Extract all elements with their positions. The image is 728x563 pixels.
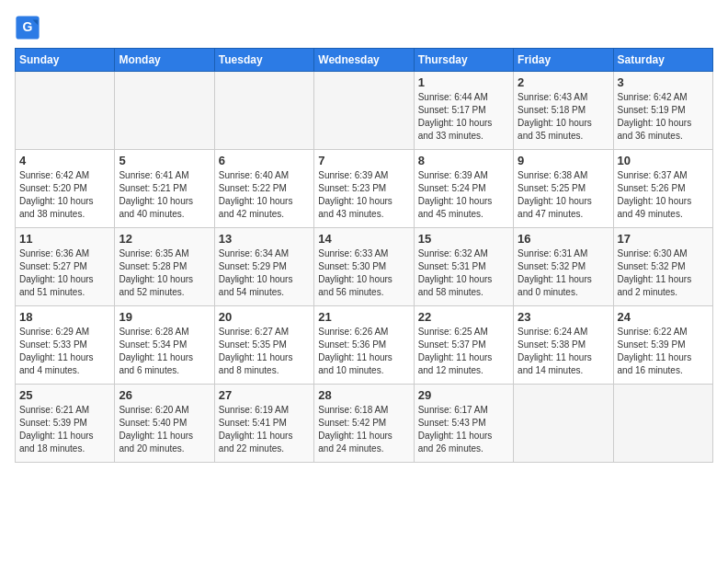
day-info: Sunrise: 6:30 AM Sunset: 5:32 PM Dayligh… — [618, 247, 709, 299]
day-info: Sunrise: 6:27 AM Sunset: 5:35 PM Dayligh… — [219, 326, 310, 377]
calendar-cell: 21Sunrise: 6:26 AM Sunset: 5:36 PM Dayli… — [314, 306, 414, 385]
day-info: Sunrise: 6:24 AM Sunset: 5:38 PM Dayligh… — [518, 326, 609, 377]
day-number: 21 — [318, 310, 409, 324]
calendar-cell: 19Sunrise: 6:28 AM Sunset: 5:34 PM Dayli… — [115, 306, 214, 385]
day-number: 16 — [518, 232, 609, 246]
day-info: Sunrise: 6:36 AM Sunset: 5:27 PM Dayligh… — [19, 247, 110, 299]
day-number: 7 — [318, 154, 409, 167]
day-info: Sunrise: 6:41 AM Sunset: 5:21 PM Dayligh… — [119, 169, 210, 221]
header-monday: Monday — [115, 49, 214, 72]
day-info: Sunrise: 6:18 AM Sunset: 5:42 PM Dayligh… — [318, 404, 409, 455]
day-number: 23 — [518, 310, 609, 324]
day-number: 3 — [618, 75, 709, 89]
header-tuesday: Tuesday — [214, 49, 313, 72]
day-number: 29 — [418, 388, 509, 402]
header-saturday: Saturday — [613, 49, 712, 72]
calendar-cell — [16, 72, 115, 150]
day-number: 24 — [618, 310, 709, 324]
day-info: Sunrise: 6:21 AM Sunset: 5:39 PM Dayligh… — [19, 404, 110, 455]
day-number: 8 — [418, 154, 509, 167]
calendar-cell: 9Sunrise: 6:38 AM Sunset: 5:25 PM Daylig… — [514, 150, 613, 228]
day-number: 9 — [518, 154, 609, 167]
page-header: G — [15, 15, 713, 40]
day-number: 20 — [219, 310, 310, 324]
day-number: 14 — [318, 232, 409, 246]
day-number: 5 — [119, 154, 210, 167]
calendar-cell: 26Sunrise: 6:20 AM Sunset: 5:40 PM Dayli… — [115, 385, 214, 463]
day-info: Sunrise: 6:28 AM Sunset: 5:34 PM Dayligh… — [119, 326, 210, 377]
calendar-cell: 27Sunrise: 6:19 AM Sunset: 5:41 PM Dayli… — [214, 385, 313, 463]
week-row-1: 1Sunrise: 6:44 AM Sunset: 5:17 PM Daylig… — [16, 72, 713, 150]
day-number: 17 — [618, 232, 709, 246]
calendar-cell: 2Sunrise: 6:43 AM Sunset: 5:18 PM Daylig… — [514, 72, 613, 150]
calendar-cell: 16Sunrise: 6:31 AM Sunset: 5:32 PM Dayli… — [514, 228, 613, 306]
calendar-cell: 18Sunrise: 6:29 AM Sunset: 5:33 PM Dayli… — [16, 306, 115, 385]
calendar-cell: 8Sunrise: 6:39 AM Sunset: 5:24 PM Daylig… — [414, 150, 513, 228]
calendar-cell: 24Sunrise: 6:22 AM Sunset: 5:39 PM Dayli… — [613, 306, 712, 385]
day-number: 4 — [19, 154, 110, 167]
calendar-cell — [514, 385, 613, 463]
calendar-cell: 11Sunrise: 6:36 AM Sunset: 5:27 PM Dayli… — [16, 228, 115, 306]
day-number: 26 — [119, 388, 210, 402]
day-info: Sunrise: 6:26 AM Sunset: 5:36 PM Dayligh… — [318, 326, 409, 377]
day-info: Sunrise: 6:39 AM Sunset: 5:24 PM Dayligh… — [418, 169, 509, 221]
header-wednesday: Wednesday — [314, 49, 414, 72]
calendar-cell: 22Sunrise: 6:25 AM Sunset: 5:37 PM Dayli… — [414, 306, 513, 385]
day-info: Sunrise: 6:34 AM Sunset: 5:29 PM Dayligh… — [219, 247, 310, 299]
calendar-cell: 12Sunrise: 6:35 AM Sunset: 5:28 PM Dayli… — [115, 228, 214, 306]
calendar-cell: 3Sunrise: 6:42 AM Sunset: 5:19 PM Daylig… — [613, 72, 712, 150]
calendar-cell — [214, 72, 313, 150]
header-row: SundayMondayTuesdayWednesdayThursdayFrid… — [16, 49, 713, 72]
day-number: 12 — [119, 232, 210, 246]
svg-text:G: G — [23, 19, 33, 34]
week-row-4: 18Sunrise: 6:29 AM Sunset: 5:33 PM Dayli… — [16, 306, 713, 385]
day-info: Sunrise: 6:31 AM Sunset: 5:32 PM Dayligh… — [518, 247, 609, 299]
week-row-5: 25Sunrise: 6:21 AM Sunset: 5:39 PM Dayli… — [16, 385, 713, 463]
week-row-2: 4Sunrise: 6:42 AM Sunset: 5:20 PM Daylig… — [16, 150, 713, 228]
day-info: Sunrise: 6:43 AM Sunset: 5:18 PM Dayligh… — [518, 91, 609, 143]
day-number: 1 — [418, 75, 509, 89]
day-info: Sunrise: 6:22 AM Sunset: 5:39 PM Dayligh… — [618, 326, 709, 377]
calendar-cell: 29Sunrise: 6:17 AM Sunset: 5:43 PM Dayli… — [414, 385, 513, 463]
day-number: 25 — [19, 388, 110, 402]
day-info: Sunrise: 6:29 AM Sunset: 5:33 PM Dayligh… — [19, 326, 110, 377]
day-info: Sunrise: 6:42 AM Sunset: 5:19 PM Dayligh… — [618, 91, 709, 143]
day-info: Sunrise: 6:38 AM Sunset: 5:25 PM Dayligh… — [518, 169, 609, 221]
calendar-cell: 6Sunrise: 6:40 AM Sunset: 5:22 PM Daylig… — [214, 150, 313, 228]
week-row-3: 11Sunrise: 6:36 AM Sunset: 5:27 PM Dayli… — [16, 228, 713, 306]
logo-icon: G — [15, 15, 40, 40]
calendar-cell: 17Sunrise: 6:30 AM Sunset: 5:32 PM Dayli… — [613, 228, 712, 306]
day-info: Sunrise: 6:35 AM Sunset: 5:28 PM Dayligh… — [119, 247, 210, 299]
day-info: Sunrise: 6:33 AM Sunset: 5:30 PM Dayligh… — [318, 247, 409, 299]
calendar-cell: 25Sunrise: 6:21 AM Sunset: 5:39 PM Dayli… — [16, 385, 115, 463]
day-info: Sunrise: 6:32 AM Sunset: 5:31 PM Dayligh… — [418, 247, 509, 299]
day-number: 19 — [119, 310, 210, 324]
day-number: 18 — [19, 310, 110, 324]
calendar-cell: 14Sunrise: 6:33 AM Sunset: 5:30 PM Dayli… — [314, 228, 414, 306]
calendar-cell: 7Sunrise: 6:39 AM Sunset: 5:23 PM Daylig… — [314, 150, 414, 228]
header-sunday: Sunday — [16, 49, 115, 72]
calendar-cell — [115, 72, 214, 150]
day-info: Sunrise: 6:19 AM Sunset: 5:41 PM Dayligh… — [219, 404, 310, 455]
header-friday: Friday — [514, 49, 613, 72]
day-number: 10 — [618, 154, 709, 167]
day-info: Sunrise: 6:20 AM Sunset: 5:40 PM Dayligh… — [119, 404, 210, 455]
header-thursday: Thursday — [414, 49, 513, 72]
calendar-cell: 10Sunrise: 6:37 AM Sunset: 5:26 PM Dayli… — [613, 150, 712, 228]
calendar-cell: 15Sunrise: 6:32 AM Sunset: 5:31 PM Dayli… — [414, 228, 513, 306]
calendar-cell — [613, 385, 712, 463]
calendar-cell: 28Sunrise: 6:18 AM Sunset: 5:42 PM Dayli… — [314, 385, 414, 463]
calendar-cell: 23Sunrise: 6:24 AM Sunset: 5:38 PM Dayli… — [514, 306, 613, 385]
day-number: 28 — [318, 388, 409, 402]
day-info: Sunrise: 6:25 AM Sunset: 5:37 PM Dayligh… — [418, 326, 509, 377]
day-number: 27 — [219, 388, 310, 402]
day-number: 6 — [219, 154, 310, 167]
calendar-cell: 20Sunrise: 6:27 AM Sunset: 5:35 PM Dayli… — [214, 306, 313, 385]
day-info: Sunrise: 6:40 AM Sunset: 5:22 PM Dayligh… — [219, 169, 310, 221]
calendar-cell: 13Sunrise: 6:34 AM Sunset: 5:29 PM Dayli… — [214, 228, 313, 306]
day-info: Sunrise: 6:17 AM Sunset: 5:43 PM Dayligh… — [418, 404, 509, 455]
day-number: 13 — [219, 232, 310, 246]
day-info: Sunrise: 6:39 AM Sunset: 5:23 PM Dayligh… — [318, 169, 409, 221]
calendar-cell: 1Sunrise: 6:44 AM Sunset: 5:17 PM Daylig… — [414, 72, 513, 150]
day-number: 22 — [418, 310, 509, 324]
